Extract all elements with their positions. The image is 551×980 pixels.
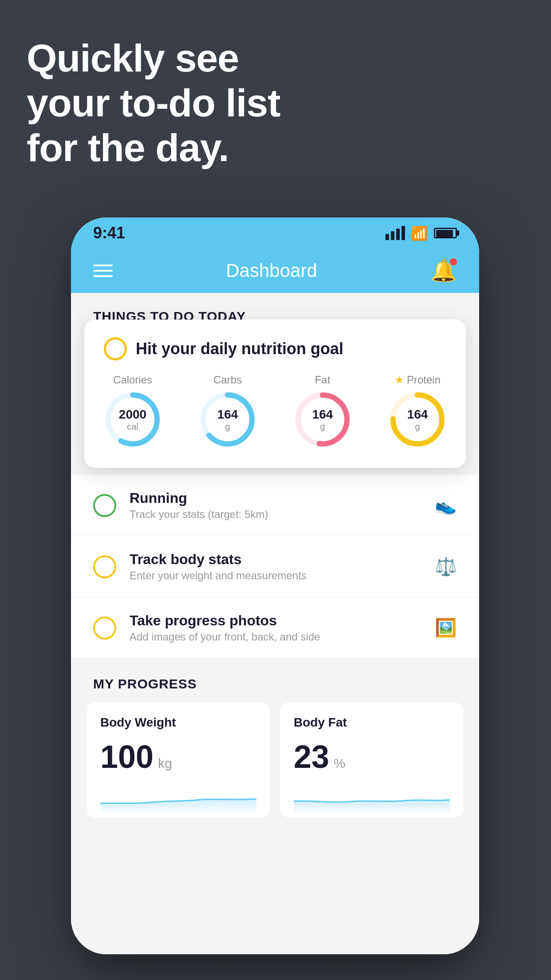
fat-card-value: 23 (294, 739, 329, 775)
todo-text-body-stats: Track body stats Enter your weight and m… (130, 551, 421, 582)
fat-card-title: Body Fat (294, 715, 450, 730)
todo-sub-running: Track your stats (target: 5km) (130, 508, 421, 521)
calories-unit: cal (119, 422, 146, 432)
todo-circle-photos (93, 616, 116, 640)
menu-icon[interactable] (93, 265, 113, 277)
todo-text-photos: Take progress photos Add images of your … (130, 612, 421, 643)
calories-value: 2000 (119, 407, 146, 422)
todo-item-photos[interactable]: Take progress photos Add images of your … (71, 597, 479, 659)
notification-dot (450, 258, 457, 265)
todo-circle-running (93, 494, 116, 517)
weight-value-row: 100 kg (100, 739, 256, 775)
carbs-ring: 164 g (199, 391, 256, 448)
progress-section-title: MY PROGRESS (87, 676, 463, 692)
headline-line1: Quickly see (27, 36, 280, 80)
fat-value-block: 164 g (312, 407, 333, 432)
calories-label: Calories (113, 374, 152, 386)
todo-title-body-stats: Track body stats (130, 551, 421, 568)
photo-icon: 🖼️ (435, 617, 457, 638)
fat-unit: g (312, 422, 333, 432)
nutrition-carbs: Carbs 164 g (199, 374, 256, 448)
protein-unit: g (407, 422, 428, 432)
carbs-value-block: 164 g (217, 407, 238, 432)
protein-label-row: ★ Protein (394, 374, 441, 386)
todo-sub-body-stats: Enter your weight and measurements (130, 569, 421, 582)
app-header: Dashboard 🔔 (71, 249, 479, 293)
status-bar: 9:41 📶 (71, 217, 479, 249)
calories-ring: 2000 cal (104, 391, 161, 448)
nutrition-fat: Fat 164 g (294, 374, 351, 448)
todo-list: Running Track your stats (target: 5km) 👟… (71, 475, 479, 659)
weight-unit: kg (158, 756, 172, 771)
nutrition-calories: Calories 2000 cal (104, 374, 161, 448)
todo-item-running[interactable]: Running Track your stats (target: 5km) 👟 (71, 475, 479, 536)
nutrition-card: Hit your daily nutrition goal Calories 2… (84, 320, 466, 468)
weight-value: 100 (100, 739, 153, 775)
fat-value-row: 23 % (294, 739, 450, 775)
progress-cards-row: Body Weight 100 kg (87, 702, 463, 818)
fat-chart (294, 786, 450, 812)
phone-body: THINGS TO DO TODAY Hit your daily nutrit… (71, 293, 479, 954)
progress-card-fat[interactable]: Body Fat 23 % (280, 702, 463, 818)
progress-section: MY PROGRESS Body Weight 100 kg (71, 676, 479, 818)
fat-value: 164 (312, 407, 333, 422)
protein-label: Protein (407, 374, 441, 386)
todo-text-running: Running Track your stats (target: 5km) (130, 490, 421, 521)
protein-ring: 164 g (389, 391, 446, 448)
calories-value-block: 2000 cal (119, 407, 146, 432)
fat-label: Fat (315, 374, 331, 386)
scale-icon: ⚖️ (435, 556, 457, 577)
running-icon: 👟 (435, 495, 457, 516)
star-icon: ★ (394, 374, 404, 386)
signal-icon (386, 226, 405, 240)
todo-title-photos: Take progress photos (130, 612, 421, 629)
nutrition-circles-row: Calories 2000 cal Carbs (104, 374, 446, 448)
weight-card-title: Body Weight (100, 715, 256, 730)
protein-value-block: 164 g (407, 407, 428, 432)
header-title: Dashboard (226, 260, 317, 281)
nutrition-card-title: Hit your daily nutrition goal (136, 340, 343, 358)
todo-title-running: Running (130, 490, 421, 506)
fat-card-unit: % (334, 756, 346, 771)
todo-circle-body-stats (93, 555, 116, 578)
phone-frame: 9:41 📶 Dashboard 🔔 THINGS TO DO TODAY (71, 217, 479, 954)
carbs-unit: g (217, 422, 238, 432)
progress-card-weight[interactable]: Body Weight 100 kg (87, 702, 270, 818)
status-icons: 📶 (386, 225, 457, 241)
notification-button[interactable]: 🔔 (430, 258, 457, 283)
todo-item-body-stats[interactable]: Track body stats Enter your weight and m… (71, 536, 479, 597)
headline-line3: for the day. (27, 125, 280, 170)
todo-sub-photos: Add images of your front, back, and side (130, 631, 421, 643)
protein-value: 164 (407, 407, 428, 422)
headline: Quickly see your to-do list for the day. (27, 36, 280, 170)
headline-line2: your to-do list (27, 80, 280, 125)
wifi-icon: 📶 (411, 225, 428, 241)
fat-ring: 164 g (294, 391, 351, 448)
status-time: 9:41 (93, 224, 125, 242)
nutrition-indicator (104, 337, 127, 360)
carbs-value: 164 (217, 407, 238, 422)
weight-chart (100, 786, 256, 812)
battery-icon (434, 228, 457, 238)
nutrition-protein: ★ Protein 164 g (389, 374, 446, 448)
carbs-label: Carbs (213, 374, 242, 386)
card-header: Hit your daily nutrition goal (104, 337, 446, 360)
